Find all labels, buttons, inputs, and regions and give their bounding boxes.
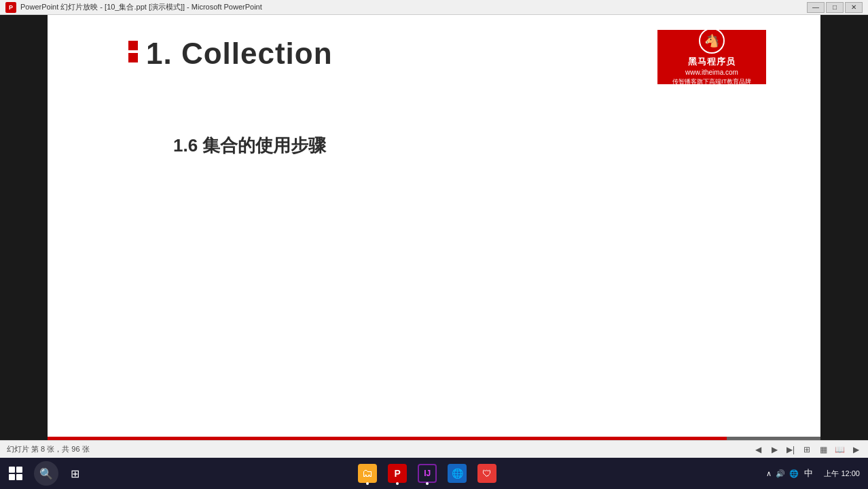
network-icon[interactable]: 🌐 [789,469,799,478]
taskbar-app-powerpoint[interactable]: P [384,460,411,487]
taskbar-taskview-button[interactable]: ⊞ [62,461,87,486]
taskbar-apps: 🗂 P IJ 🌐 🛡 [88,460,766,487]
slideshow-button[interactable]: ▶ [849,443,863,456]
title-bar: P PowerPoint 幻灯片放映 - [10_集合.ppt [演示模式]] … [0,0,868,15]
browser-icon: 🌐 [448,464,467,483]
slide-progress-remaining [727,437,820,440]
ide-icon: IJ [418,464,437,483]
taskbar-system-tray: ∧ 🔊 🌐 中 上午 12:00 [766,467,868,479]
title-accent [128,41,138,62]
window-title: PowerPoint 幻灯片放映 - [10_集合.ppt [演示模式]] - … [20,2,807,12]
slide-area: 1. Collection 1.6 集合的使用步骤 🐴 黑马程序员 www.it… [48,15,820,456]
left-black-bar [0,15,48,456]
taskbar-app-ide[interactable]: IJ [414,460,441,487]
logo-horse-icon: 🐴 [704,33,719,48]
win-logo-tr [16,467,22,473]
slide-bottom-bar: 幻灯片 第 8 张，共 96 张 ◀ ▶ ▶| ⊞ ▦ 📖 ▶ [0,440,868,458]
right-black-bar [820,15,868,456]
taskview-icon: ⊞ [71,467,79,480]
win-logo-bl [9,474,15,480]
app-indicator [366,482,369,485]
windows-logo-icon [9,467,22,480]
minimize-button[interactable]: — [807,2,825,13]
powerpoint-icon: P [388,464,407,483]
slide-heading: 1. Collection [146,37,333,71]
slide-status: 幻灯片 第 8 张，共 96 张 [0,444,751,454]
taskbar-time: 上午 12:00 [824,469,860,478]
security-icon: 🛡 [477,464,496,483]
window-controls: — □ ✕ [807,2,863,13]
search-icon: 🔍 [39,467,53,480]
logo-container: 🐴 黑马程序员 www.itheima.com 传智播客旗下高端IT教育品牌 [657,30,766,84]
taskbar-app-file-explorer[interactable]: 🗂 [354,460,381,487]
normal-view-button[interactable]: ⊞ [800,443,814,456]
accent-top [128,41,138,50]
prev-slide-button[interactable]: ◀ [751,443,765,456]
sys-tray-icons: ∧ 🔊 🌐 [766,469,799,478]
file-explorer-icon: 🗂 [358,464,377,483]
taskbar-ime-label[interactable]: 中 [804,467,813,479]
maximize-button[interactable]: □ [826,2,844,13]
app-indicator-ide [426,482,429,485]
logo-slogan: 传智播客旗下高端IT教育品牌 [672,77,751,86]
next-slide-button[interactable]: ▶ [767,443,781,456]
close-button[interactable]: ✕ [845,2,863,13]
chevron-up-icon[interactable]: ∧ [766,469,772,478]
taskbar-search-button[interactable]: 🔍 [34,461,58,486]
taskbar-clock[interactable]: 上午 12:00 [824,469,860,478]
logo-circle: 🐴 [699,28,725,54]
win-logo-br [16,474,22,480]
end-show-button[interactable]: ▶| [784,443,797,456]
logo-inner: 🐴 黑马程序员 www.itheima.com 传智播客旗下高端IT教育品牌 [672,28,751,86]
speaker-icon[interactable]: 🔊 [776,469,785,478]
view-controls[interactable]: ◀ ▶ ▶| ⊞ ▦ 📖 ▶ [751,443,868,456]
taskbar-app-browser[interactable]: 🌐 [444,460,471,487]
reading-view-button[interactable]: 📖 [833,443,846,456]
app-icon: P [5,2,16,13]
logo-brand: 黑马程序员 [688,56,736,68]
slide-content: 1. Collection 1.6 集合的使用步骤 🐴 黑马程序员 www.it… [48,15,820,456]
start-button[interactable] [0,458,31,489]
taskbar: 🔍 ⊞ 🗂 P IJ 🌐 [0,458,868,489]
logo-website: www.itheima.com [685,69,738,76]
slide-sorter-button[interactable]: ▦ [816,443,830,456]
win-logo-tl [9,467,15,473]
app-indicator-pp [396,482,399,485]
taskbar-app-security[interactable]: 🛡 [473,460,501,487]
slide-progress-filled [48,437,727,440]
accent-bottom [128,53,138,62]
slide-subheading: 1.6 集合的使用步骤 [173,134,326,158]
